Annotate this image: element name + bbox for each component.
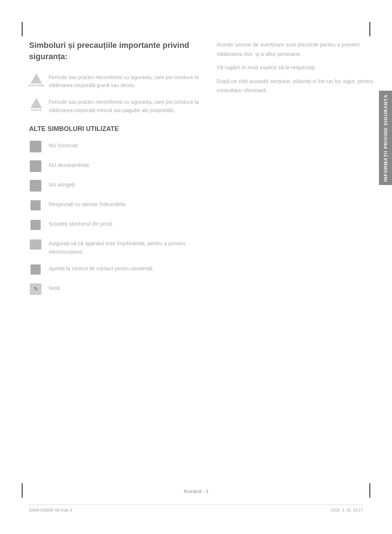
symbol-text-8: Notă. (49, 283, 61, 292)
alt-section-title: ALTE SIMBOLURI UTILIZATE (29, 125, 202, 133)
list-item: NU încercați. (29, 140, 202, 153)
list-item: NU dezasamblați. (29, 160, 202, 173)
square-icon-sm (30, 264, 41, 275)
list-item: ✎ Notă. (29, 283, 202, 296)
left-column: Simboluri și precauțiile importante priv… (29, 40, 202, 302)
main-content: Simboluri și precauțiile importante priv… (29, 40, 374, 494)
footer-right: 2018. 3. 25. 10:17 (331, 508, 363, 512)
list-item: Asigurați-vă că aparatul este împământat… (29, 238, 202, 256)
right-text-3: După ce citiți această secțiune, păstraț… (217, 77, 374, 95)
grounded-symbol (30, 239, 41, 250)
no-touch-icon (29, 179, 42, 192)
two-column-layout: Simboluri și precauțiile importante priv… (29, 40, 374, 302)
square-icon-sm (30, 200, 41, 210)
note-symbol: ✎ (30, 283, 41, 295)
page-title: Simboluri și precauțiile importante priv… (29, 40, 202, 62)
warning-icon-2: ATENȚIE (29, 98, 44, 111)
square-icon (30, 160, 41, 172)
corner-mark-tr (369, 22, 370, 36)
symbol-text-3: NU atingeți. (49, 179, 76, 189)
corner-mark-tl (22, 22, 23, 36)
symbol-text-1: NU încercați. (49, 140, 79, 150)
note-icon: ✎ (29, 283, 42, 296)
right-column: Aceste semne de avertizare sunt prezente… (217, 40, 374, 302)
list-item: Apelați la centrul de contact pentru asi… (29, 263, 202, 276)
symbol-text-5: Scoateți ștecherul din priză. (49, 218, 113, 228)
atentie-label: ATENȚIE (31, 109, 41, 111)
caution-icon (29, 199, 42, 212)
warning-text-2: Pericole sau practici neconforme cu sigu… (49, 98, 202, 114)
footer-left: DA68-03009F-06.Indb 3 (29, 508, 72, 512)
page: INFORMAȚII PRIVIND SIGURANȚA Simboluri ș… (0, 0, 392, 534)
symbol-text-2: NU dezasamblați. (49, 160, 90, 169)
sidebar-label: INFORMAȚII PRIVIND SIGURANȚA (379, 91, 392, 185)
grounded-icon (29, 238, 42, 251)
triangle-icon-atentie (30, 98, 42, 108)
square-icon (30, 180, 41, 192)
right-text-2: Vă rugăm în mod explicit să le respectaț… (217, 63, 374, 72)
warning-block-1: AVERTIZARE Pericole sau practici neconfo… (29, 73, 202, 90)
triangle-icon-avertizare (30, 73, 42, 83)
warning-icon-1: AVERTIZARE (29, 73, 44, 87)
no-disassemble-icon (29, 160, 42, 173)
right-text-1: Aceste semne de avertizare sunt prezente… (217, 40, 374, 58)
symbol-text-4: Respectați cu atenție îndrumările. (49, 199, 127, 209)
list-item: NU atingeți. (29, 179, 202, 192)
square-icon-sm (30, 220, 41, 230)
unplug-icon (29, 218, 42, 231)
square-icon (30, 141, 41, 152)
no-icon-1 (29, 140, 42, 153)
service-icon (29, 263, 42, 276)
footer: DA68-03009F-06.Indb 3 2018. 3. 25. 10:17 (29, 505, 363, 512)
symbol-text-6: Asigurați-vă că aparatul este împământat… (49, 238, 202, 256)
list-item: Scoateți ștecherul din priză. (29, 218, 202, 231)
symbol-list: NU încercați. NU dezasamblați. NU atinge… (29, 140, 202, 295)
page-number: Română - 3 (0, 489, 392, 494)
avertizare-label: AVERTIZARE (28, 84, 44, 87)
symbol-text-7: Apelați la centrul de contact pentru asi… (49, 263, 154, 273)
list-item: Respectați cu atenție îndrumările. (29, 199, 202, 212)
warning-text-1: Pericole sau practici neconforme cu sigu… (49, 73, 202, 90)
warning-block-2: ATENȚIE Pericole sau practici neconforme… (29, 98, 202, 114)
